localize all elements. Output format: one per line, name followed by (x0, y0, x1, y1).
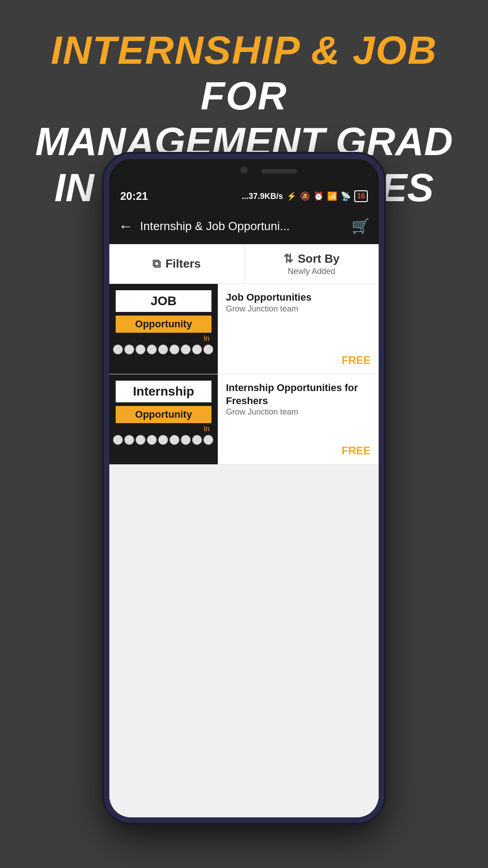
alarm-icon: ⏰ (314, 191, 324, 201)
logo-circle (181, 344, 191, 354)
empty-space (109, 465, 379, 817)
header-white-text: FOR (201, 73, 287, 118)
mute-icon: 🔕 (300, 191, 310, 201)
logo-circle (169, 344, 179, 354)
sort-icon: ⇅ (283, 252, 293, 266)
logo-circle (169, 435, 179, 445)
battery-level: 16 (354, 190, 368, 202)
thumb-job-text-2: Internship (120, 384, 207, 399)
logo-circle (136, 344, 145, 354)
filter-icon: ⧉ (152, 257, 161, 271)
status-bar: 20:21 ...37.9KB/s ⚡ 🔕 ⏰ 📶 📡 16 (109, 184, 379, 208)
logo-circle (113, 344, 123, 354)
filter-label: Filters (165, 257, 201, 271)
logo-circle (192, 344, 202, 354)
thumb-in-1: In (109, 335, 210, 343)
status-time: 20:21 (120, 190, 148, 203)
logo-circle (113, 435, 123, 445)
speaker (261, 169, 297, 174)
thumb-in-2: In (109, 425, 210, 433)
filter-button[interactable]: ⧉ Filters (109, 244, 244, 283)
course-price-1: FREE (226, 354, 371, 367)
filter-sort-bar: ⧉ Filters ⇅ Sort By Newly Added (109, 244, 379, 284)
thumb-logos-2 (109, 435, 218, 445)
logo-circle (124, 435, 134, 445)
phone-frame: 20:21 ...37.9KB/s ⚡ 🔕 ⏰ 📶 📡 16 ← Interns… (104, 154, 384, 823)
cart-icon[interactable]: 🛒 (352, 217, 370, 235)
logo-circle (147, 344, 157, 354)
app-bar: ← Internship & Job Opportuni... 🛒 (109, 208, 379, 244)
course-thumbnail-1: JOB Opportunity In (109, 284, 218, 374)
header-line1: INTERNSHIP & JOB FOR (18, 27, 470, 118)
thumb-logos-1 (109, 344, 218, 354)
logo-circle (203, 344, 213, 354)
logo-circle (158, 435, 168, 445)
course-item[interactable]: JOB Opportunity In (109, 284, 379, 374)
course-item[interactable]: Internship Opportunity In (109, 374, 379, 465)
course-title-1: Job Opportunities (226, 291, 371, 304)
course-price-2: FREE (226, 444, 371, 457)
thumb-opp-text-1: Opportunity (120, 318, 207, 330)
course-author-1: Grow Junction team (226, 304, 371, 314)
signal-icon: 📶 (327, 191, 337, 201)
course-author-2: Grow Junction team (226, 407, 371, 417)
logo-circle (181, 435, 191, 445)
course-list: JOB Opportunity In (109, 284, 379, 465)
thumb-opp-text-2: Opportunity (120, 409, 207, 420)
phone-top-bar (109, 159, 379, 184)
status-right: ...37.9KB/s ⚡ 🔕 ⏰ 📶 📡 16 (242, 190, 368, 202)
logo-circle (136, 435, 145, 445)
course-thumbnail-2: Internship Opportunity In (109, 374, 218, 464)
wifi-icon: 📡 (341, 191, 351, 201)
thumb-job-text-1: JOB (120, 294, 207, 308)
sort-sub-label: Newly Added (288, 267, 335, 276)
logo-circle (158, 344, 168, 354)
app-bar-title: Internship & Job Opportuni... (140, 219, 344, 233)
logo-circle (203, 435, 213, 445)
bluetooth-icon: ⚡ (286, 191, 296, 201)
logo-circle (147, 435, 157, 445)
sort-button[interactable]: ⇅ Sort By Newly Added (244, 244, 379, 283)
header-orange-text: INTERNSHIP & JOB (51, 28, 437, 72)
phone-screen: ← Internship & Job Opportuni... 🛒 ⧉ Filt… (109, 208, 379, 817)
back-button[interactable]: ← (118, 218, 133, 235)
course-title-2: Internship Opportunities for Freshers (226, 382, 371, 407)
logo-circle (124, 344, 134, 354)
network-speed: ...37.9KB/s (242, 192, 283, 201)
course-info-1: Job Opportunities Grow Junction team FRE… (218, 284, 379, 374)
course-info-2: Internship Opportunities for Freshers Gr… (218, 374, 379, 464)
sort-label: Sort By (298, 252, 339, 266)
logo-circle (192, 435, 202, 445)
camera (240, 166, 248, 174)
